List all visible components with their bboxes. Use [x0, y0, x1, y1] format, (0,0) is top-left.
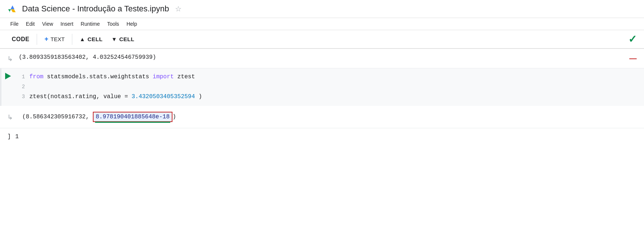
output-text-1: (3.8093359183563402, 4.032524546759939)	[19, 54, 615, 61]
menu-view[interactable]: View	[39, 19, 56, 28]
down-arrow-icon: ▼	[112, 36, 117, 42]
line-number-3: 3	[19, 93, 29, 101]
keyword-import: import	[153, 74, 174, 80]
notebook-content: ↳ (3.8093359183563402, 4.032524546759939…	[0, 49, 644, 145]
code-line-1: 1 from statsmodels.stats.weightstats imp…	[19, 72, 640, 82]
menu-bar: File Edit View Insert Runtime Tools Help	[0, 18, 644, 30]
output-row-1: ↳ (3.8093359183563402, 4.032524546759939…	[0, 49, 644, 68]
code-line-2: 2	[19, 82, 640, 92]
star-icon[interactable]: ☆	[175, 4, 182, 13]
run-triangle-icon[interactable]	[5, 73, 11, 79]
output-prefix: (8.586342305916732,	[19, 114, 93, 120]
code-cell: 1 from statsmodels.stats.weightstats imp…	[0, 68, 644, 106]
drive-icon	[7, 4, 18, 14]
output-arrow-1: ↳	[7, 55, 13, 63]
menu-file[interactable]: File	[7, 19, 22, 28]
fn-call: ztest(notas1.rating, value =	[29, 93, 131, 100]
cell-number: 1	[15, 133, 19, 140]
page-title: Data Science - Introdução a Testes.ipynb	[22, 4, 169, 14]
line-number-2: 2	[19, 83, 29, 92]
green-underline	[95, 122, 171, 123]
keyword-from: from	[29, 74, 43, 80]
menu-tools[interactable]: Tools	[104, 19, 122, 28]
text-label: TEXT	[51, 36, 65, 42]
output-suffix: )	[172, 114, 176, 120]
module-name: statsmodels.stats.weightstats	[47, 74, 153, 80]
run-button[interactable]	[1, 68, 15, 79]
output-row-2: ↳ (8.586342305916732, 8.97819040188564​8…	[0, 106, 644, 128]
output-arrow-2: ↳	[7, 113, 13, 121]
code-body[interactable]: 1 from statsmodels.stats.weightstats imp…	[15, 68, 644, 106]
menu-edit[interactable]: Edit	[23, 19, 38, 28]
line-number-1: 1	[19, 73, 29, 82]
menu-insert[interactable]: Insert	[58, 19, 76, 28]
toolbar-divider2	[72, 34, 72, 45]
menu-runtime[interactable]: Runtime	[78, 19, 103, 28]
highlighted-value: 8.97819040188564​8e-18	[93, 112, 173, 122]
code-line-3: 3 ztest(notas1.rating, value = 3.4320503…	[19, 92, 640, 102]
import-name: ztest	[177, 74, 195, 80]
toolbar-divider	[37, 34, 37, 45]
cell-down-label: CELL	[119, 36, 134, 42]
code-content-1: from statsmodels.stats.weightstats impor…	[29, 72, 195, 82]
up-arrow-icon: ▲	[80, 36, 85, 42]
code-button[interactable]: CODE	[7, 34, 34, 45]
move-cell-down-button[interactable]: ▼ CELL	[107, 34, 139, 44]
menu-help[interactable]: Help	[124, 19, 140, 28]
bracket-label: ]	[7, 133, 11, 140]
title-bar: Data Science - Introdução a Testes.ipynb…	[0, 0, 644, 18]
move-cell-up-button[interactable]: ▲ CELL	[75, 34, 107, 44]
checkmark-icon: ✓	[628, 33, 637, 45]
text-button[interactable]: + TEXT	[40, 33, 69, 45]
minus-icon[interactable]: —	[629, 54, 637, 62]
code-content-3: ztest(notas1.rating, value = 3.432050340…	[29, 92, 202, 102]
plus-icon: +	[44, 35, 48, 43]
bottom-row: ] 1	[0, 128, 644, 145]
code-content-2	[29, 82, 33, 92]
numeric-value: 3.4320503405352594	[131, 93, 195, 100]
toolbar: CODE + TEXT ▲ CELL ▼ CELL ✓	[0, 30, 644, 49]
cell-up-label: CELL	[87, 36, 102, 42]
closing-paren: )	[199, 93, 202, 100]
